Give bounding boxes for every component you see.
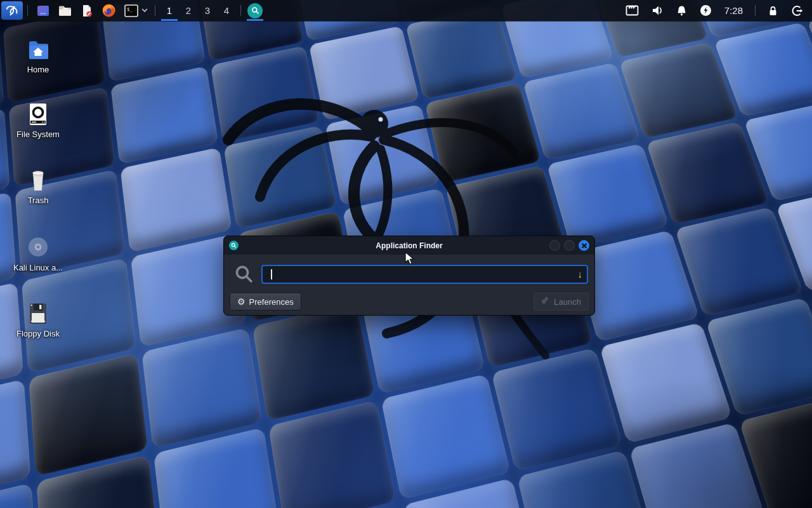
desktop-icon-floppy-disk[interactable]: Floppy Disk <box>11 301 65 338</box>
panel-launchers: $_ 1 2 3 4 <box>0 0 265 21</box>
cdrom-icon <box>25 234 51 260</box>
chevron-down-icon <box>141 8 148 13</box>
speaker-icon <box>652 5 664 16</box>
desktop-icon-file-system[interactable]: File System <box>11 102 65 139</box>
workspace-label: 2 <box>186 5 191 16</box>
floppy-icon <box>25 301 51 326</box>
gear-icon: ⚙ <box>237 297 246 306</box>
home-folder-icon <box>25 37 51 62</box>
maximize-button[interactable] <box>564 240 575 251</box>
panel-separator <box>240 5 241 16</box>
launcher-desktop-settings[interactable] <box>32 0 54 21</box>
lock-icon <box>768 5 778 17</box>
logout-button[interactable] <box>786 0 808 21</box>
desktop-icon-label: File System <box>11 130 65 139</box>
document-edit-icon <box>80 4 94 18</box>
launch-button[interactable]: ⚙ ⚙ Launch <box>534 293 589 311</box>
search-icon-large <box>234 264 254 284</box>
window-title: Application Finder <box>224 241 594 250</box>
search-icon <box>247 3 263 18</box>
panel-separator <box>155 5 155 16</box>
active-workspace-underline <box>161 19 178 21</box>
clock-text: 7:28 <box>724 5 743 16</box>
clock[interactable]: 7:28 <box>719 0 748 21</box>
bell-icon <box>676 5 687 17</box>
close-icon <box>582 243 587 248</box>
workspace-button-2[interactable]: 2 <box>179 0 198 21</box>
top-panel: $_ 1 2 3 4 <box>0 0 812 21</box>
active-app-underline <box>247 19 263 21</box>
application-finder-panel-button[interactable] <box>246 0 265 21</box>
launcher-text-editor[interactable] <box>76 0 98 21</box>
trash-icon <box>25 168 51 193</box>
logout-icon <box>791 5 803 17</box>
hard-drive-icon <box>25 102 51 127</box>
search-input[interactable] <box>263 266 587 283</box>
text-caret <box>271 269 272 279</box>
lock-screen-button[interactable] <box>763 0 783 21</box>
desktop-icon-label: Kali Linux a... <box>11 263 65 272</box>
desktop-icon-label: Floppy Disk <box>11 329 65 338</box>
window-search-icon <box>229 241 239 250</box>
launcher-terminal[interactable]: $_ <box>120 0 140 21</box>
terminal-prompt-glyph: $_ <box>127 6 133 11</box>
folder-icon <box>58 4 72 18</box>
preferences-button[interactable]: ⚙ Preferences <box>230 293 301 311</box>
volume-tray-button[interactable] <box>646 0 669 21</box>
launcher-web-browser[interactable] <box>98 0 120 21</box>
panel-separator <box>27 5 28 16</box>
close-button[interactable] <box>579 240 589 251</box>
launcher-file-manager[interactable] <box>54 0 76 21</box>
minimize-button[interactable] <box>549 240 560 251</box>
workspace-button-1[interactable]: 1 <box>160 0 179 21</box>
desktop: $_ 1 2 3 4 <box>0 0 812 508</box>
kali-menu-button[interactable] <box>1 1 23 20</box>
terminal-icon: $_ <box>124 4 139 18</box>
workspace-label: 4 <box>224 5 229 16</box>
panel-separator <box>755 5 756 16</box>
desktop-icon-trash[interactable]: Trash <box>11 168 65 205</box>
power-bolt-icon <box>700 4 712 17</box>
launch-gears-icon: ⚙ ⚙ <box>541 297 550 306</box>
desktop-icon-home[interactable]: Home <box>11 37 65 74</box>
notifications-tray-button[interactable] <box>671 0 692 21</box>
terminal-dropdown-button[interactable] <box>140 8 150 13</box>
launch-label: Launch <box>554 297 581 307</box>
display-icon <box>36 4 50 18</box>
workspace-button-4[interactable]: 4 <box>217 0 236 21</box>
application-finder-window: Application Finder ↓ <box>223 236 595 316</box>
system-tray: 7:28 <box>620 0 812 21</box>
preferences-label: Preferences <box>249 297 294 307</box>
network-tray-button[interactable] <box>620 0 644 21</box>
firefox-icon <box>102 3 116 18</box>
desktop-icon-label: Trash <box>11 196 65 205</box>
workspace-button-3[interactable]: 3 <box>198 0 217 21</box>
power-manager-tray-button[interactable] <box>695 0 717 21</box>
workspace-switcher: 1 2 3 4 <box>160 0 236 21</box>
mouse-cursor <box>405 251 415 265</box>
search-entry[interactable]: ↓ <box>261 265 588 284</box>
entry-dropdown-icon[interactable]: ↓ <box>578 269 583 279</box>
ethernet-icon <box>625 5 639 16</box>
kali-dragon-icon <box>5 4 19 18</box>
workspace-label: 1 <box>167 5 172 16</box>
desktop-icon-label: Home <box>11 65 65 74</box>
desktop-icon-kali-installer[interactable]: Kali Linux a... <box>11 234 65 272</box>
workspace-label: 3 <box>205 5 210 16</box>
